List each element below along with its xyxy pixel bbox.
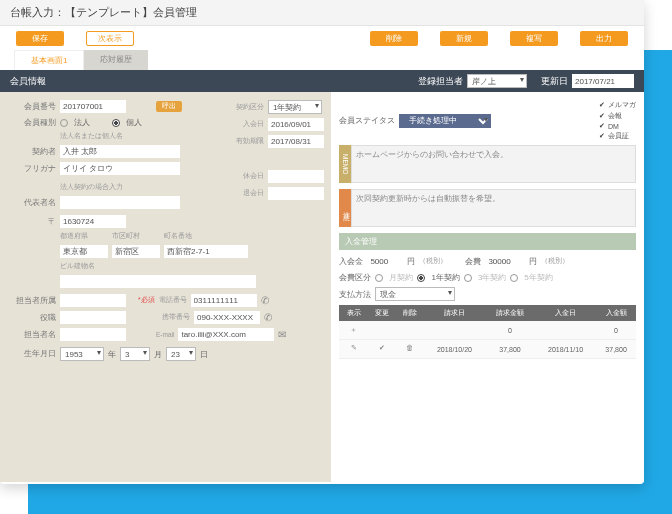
section-header: 会員情報 登録担当者 岸ノ上 更新日 xyxy=(0,70,644,92)
fee1-field[interactable] xyxy=(367,255,403,268)
plan-1-radio[interactable] xyxy=(417,274,425,282)
plus-icon[interactable]: ＋ xyxy=(349,325,359,335)
bldg-field[interactable] xyxy=(60,275,256,288)
tel-label: 電話番号 xyxy=(159,296,187,305)
fee2-label: 会費 xyxy=(465,256,481,267)
birth-year[interactable]: 1953 xyxy=(60,347,104,361)
call-button[interactable]: 呼出 xyxy=(156,101,182,112)
memo-field[interactable]: ホームページからのお問い合わせで入会。 xyxy=(351,145,636,183)
birth-day[interactable]: 23 xyxy=(166,347,196,361)
output-button[interactable]: 出力 xyxy=(580,31,628,46)
rest-label: 休会日 xyxy=(230,172,264,181)
role-label: 役職 xyxy=(10,313,56,323)
rep2-field[interactable] xyxy=(60,196,180,209)
kana-field[interactable] xyxy=(60,162,180,175)
new-button[interactable]: 新規 xyxy=(440,31,488,46)
tabs: 基本画面1 応対履歴 xyxy=(0,50,644,70)
plan-label: 会費区分 xyxy=(339,272,371,283)
plan-5-radio[interactable] xyxy=(510,274,518,282)
mob-field[interactable] xyxy=(194,311,260,324)
exp-field[interactable] xyxy=(268,135,324,148)
chk-dm[interactable]: DM xyxy=(599,122,636,130)
type-label: 会員種別 xyxy=(10,118,56,128)
birth-label: 生年月日 xyxy=(10,349,56,359)
toolbar: 保存 次表示 削除 新規 複写 出力 xyxy=(0,26,644,50)
plan-m-radio[interactable] xyxy=(375,274,383,282)
table-row: ＋ 0 0 xyxy=(339,321,636,340)
table-row: ✎ ✔ 🗑 2018/10/2037,800 2018/11/1037,800 xyxy=(339,340,636,359)
join-label: 入会日 xyxy=(230,120,264,129)
city-field[interactable] xyxy=(112,245,160,258)
right-panel: 会員ステイタス 手続き処理中 メルマガ 会報 DM 会員証 MEMO ホームペー… xyxy=(331,92,644,482)
mail-icon: ✉ xyxy=(278,329,286,340)
birth-month[interactable]: 3 xyxy=(120,347,150,361)
title-text: 台帳入力：【テンプレート】会員管理 xyxy=(10,5,197,20)
update-date-field[interactable] xyxy=(572,74,634,88)
memo-tag: MEMO xyxy=(339,145,351,183)
ind-radio[interactable] xyxy=(112,119,120,127)
contractor-field[interactable] xyxy=(60,145,180,158)
delete-button[interactable]: 削除 xyxy=(370,31,418,46)
pay-select[interactable]: 現金 xyxy=(375,287,455,301)
leave-label: 退会日 xyxy=(230,189,264,198)
corp-hint: 法人契約の場合入力 xyxy=(60,183,123,192)
dept-field[interactable] xyxy=(60,294,126,307)
mail-field[interactable] xyxy=(178,328,274,341)
memno-label: 会員番号 xyxy=(10,102,56,112)
tel-field[interactable] xyxy=(191,294,257,307)
update-label: 更新日 xyxy=(541,75,568,88)
section-title: 会員情報 xyxy=(10,75,46,88)
duplicate-button[interactable]: 複写 xyxy=(510,31,558,46)
trash-icon[interactable]: 🗑 xyxy=(405,344,415,354)
payment-header: 入金管理 xyxy=(339,233,636,250)
note-tag: 注 意 xyxy=(339,189,351,227)
chk-card[interactable]: 会員証 xyxy=(599,131,636,141)
window-title: 台帳入力：【テンプレート】会員管理 xyxy=(0,0,644,26)
mob-label: 携帯番号 xyxy=(162,313,190,322)
status-select[interactable]: 手続き処理中 xyxy=(399,114,491,128)
role-field[interactable] xyxy=(60,311,126,324)
kana-label: フリガナ xyxy=(10,164,56,174)
exp-label: 有効期限 xyxy=(230,137,264,146)
name-hint: 法人名または個人名 xyxy=(60,132,123,141)
rep-label: 登録担当者 xyxy=(418,75,463,88)
ctype-select[interactable]: 1年契約 xyxy=(268,100,322,114)
mail-label: E-mail xyxy=(156,331,174,338)
zip-label: 〒 xyxy=(10,217,56,227)
pay-label: 支払方法 xyxy=(339,289,371,300)
rep-select[interactable]: 岸ノ上 xyxy=(467,74,527,88)
person-label: 担当者名 xyxy=(10,330,56,340)
payment-table: 表示 変更 削除 請求日 請求金額 入金日 入金額 ＋ 0 0 ✎ ✔ 🗑 xyxy=(339,305,636,359)
fee1-label: 入会金 xyxy=(339,256,363,267)
chk-mailmag[interactable]: メルマガ xyxy=(599,100,636,110)
mobile-icon: ✆ xyxy=(264,312,272,323)
town-field[interactable] xyxy=(164,245,248,258)
next-button[interactable]: 次表示 xyxy=(86,31,134,46)
ctype-label: 契約区分 xyxy=(230,103,264,112)
required-mark: *必須 xyxy=(138,296,155,305)
left-panel: 会員番号 呼出 会員種別 法人 個人 法人名または個人名 契約者 フリガナ 法人… xyxy=(0,92,331,482)
note-field[interactable]: 次回契約更新時からは自動振替を希望。 xyxy=(351,189,636,227)
leave-field[interactable] xyxy=(268,187,324,200)
plan-3-radio[interactable] xyxy=(464,274,472,282)
person-field[interactable] xyxy=(60,328,126,341)
status-label: 会員ステイタス xyxy=(339,115,395,126)
phone-icon: ✆ xyxy=(261,295,269,306)
rest-field[interactable] xyxy=(268,170,324,183)
tab-basic[interactable]: 基本画面1 xyxy=(14,50,84,70)
save-button[interactable]: 保存 xyxy=(16,31,64,46)
corp-radio[interactable] xyxy=(60,119,68,127)
rep2-label: 代表者名 xyxy=(10,198,56,208)
bldg-hint: ビル建物名 xyxy=(60,262,95,271)
memno-field[interactable] xyxy=(60,100,126,113)
chk-bulletin[interactable]: 会報 xyxy=(599,111,636,121)
join-field[interactable] xyxy=(268,118,324,131)
zip-field[interactable] xyxy=(60,215,126,228)
check-icon[interactable]: ✔ xyxy=(377,344,387,354)
contractor-label: 契約者 xyxy=(10,147,56,157)
dept-label: 担当者所属 xyxy=(10,296,56,306)
fee2-field[interactable] xyxy=(485,255,525,268)
pencil-icon[interactable]: ✎ xyxy=(349,344,359,354)
pref-field[interactable] xyxy=(60,245,108,258)
tab-history[interactable]: 応対履歴 xyxy=(84,50,148,70)
